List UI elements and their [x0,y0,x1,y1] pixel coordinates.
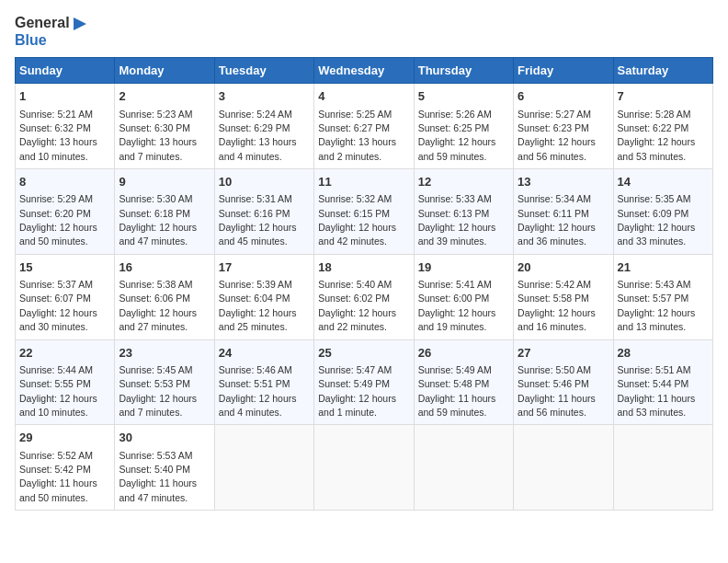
day-info: Sunrise: 5:27 AMSunset: 6:23 PMDaylight:… [518,109,596,162]
calendar-day-cell [613,425,712,511]
day-number: 27 [518,345,609,362]
calendar-day-cell: 9Sunrise: 5:30 AMSunset: 6:18 PMDaylight… [115,169,214,255]
calendar-day-cell: 8Sunrise: 5:29 AMSunset: 6:20 PMDaylight… [16,169,115,255]
day-number: 30 [119,430,210,446]
day-number: 12 [418,174,509,190]
day-number: 13 [518,174,609,190]
calendar-day-cell: 17Sunrise: 5:39 AMSunset: 6:04 PMDayligh… [214,254,313,339]
day-number: 16 [119,259,210,276]
calendar-day-cell [414,425,513,511]
logo-general: General [15,15,70,30]
weekday-header: Thursday [414,58,513,84]
weekday-header-row: SundayMondayTuesdayWednesdayThursdayFrid… [16,58,713,84]
day-number: 14 [618,174,709,190]
day-info: Sunrise: 5:47 AMSunset: 5:49 PMDaylight:… [318,364,396,418]
day-number: 2 [119,88,210,105]
calendar-week-row: 1Sunrise: 5:21 AMSunset: 6:32 PMDaylight… [16,84,713,169]
day-info: Sunrise: 5:30 AMSunset: 6:18 PMDaylight:… [119,193,197,247]
day-number: 26 [418,345,509,362]
calendar-day-cell: 12Sunrise: 5:33 AMSunset: 6:13 PMDayligh… [414,169,513,255]
day-number: 22 [19,345,110,362]
day-info: Sunrise: 5:52 AMSunset: 5:42 PMDaylight:… [19,450,97,503]
day-info: Sunrise: 5:39 AMSunset: 6:04 PMDaylight:… [219,279,297,332]
calendar-day-cell: 7Sunrise: 5:28 AMSunset: 6:22 PMDaylight… [613,84,712,169]
calendar-day-cell: 25Sunrise: 5:47 AMSunset: 5:49 PMDayligh… [314,339,414,425]
calendar-day-cell: 4Sunrise: 5:25 AMSunset: 6:27 PMDaylight… [314,84,414,169]
day-info: Sunrise: 5:49 AMSunset: 5:48 PMDaylight:… [418,364,496,418]
day-info: Sunrise: 5:23 AMSunset: 6:30 PMDaylight:… [119,109,197,162]
day-info: Sunrise: 5:38 AMSunset: 6:06 PMDaylight:… [119,279,197,332]
day-info: Sunrise: 5:40 AMSunset: 6:02 PMDaylight:… [318,279,396,332]
calendar-day-cell: 14Sunrise: 5:35 AMSunset: 6:09 PMDayligh… [613,169,712,255]
day-info: Sunrise: 5:35 AMSunset: 6:09 PMDaylight:… [618,193,696,247]
day-number: 3 [219,88,310,105]
day-number: 6 [518,88,609,105]
day-number: 25 [318,345,409,362]
calendar-day-cell: 30Sunrise: 5:53 AMSunset: 5:40 PMDayligh… [115,425,214,511]
weekday-header: Friday [514,58,613,84]
day-info: Sunrise: 5:29 AMSunset: 6:20 PMDaylight:… [19,193,97,247]
day-info: Sunrise: 5:26 AMSunset: 6:25 PMDaylight:… [418,109,496,162]
day-info: Sunrise: 5:34 AMSunset: 6:11 PMDaylight:… [518,193,596,247]
weekday-header: Sunday [16,58,115,84]
weekday-header: Monday [115,58,214,84]
day-number: 21 [618,259,709,276]
calendar-day-cell [214,425,313,511]
calendar-day-cell: 24Sunrise: 5:46 AMSunset: 5:51 PMDayligh… [214,339,313,425]
logo: General Blue [15,15,88,48]
calendar-day-cell: 16Sunrise: 5:38 AMSunset: 6:06 PMDayligh… [115,254,214,339]
day-info: Sunrise: 5:37 AMSunset: 6:07 PMDaylight:… [19,279,97,332]
day-number: 29 [19,430,110,446]
day-number: 7 [618,88,709,105]
calendar-day-cell: 28Sunrise: 5:51 AMSunset: 5:44 PMDayligh… [613,339,712,425]
day-info: Sunrise: 5:46 AMSunset: 5:51 PMDaylight:… [219,364,297,418]
calendar-day-cell: 11Sunrise: 5:32 AMSunset: 6:15 PMDayligh… [314,169,414,255]
logo-blue: Blue [15,32,47,48]
calendar-day-cell: 13Sunrise: 5:34 AMSunset: 6:11 PMDayligh… [514,169,613,255]
day-number: 9 [119,174,210,190]
day-number: 23 [119,345,210,362]
calendar-day-cell: 29Sunrise: 5:52 AMSunset: 5:42 PMDayligh… [16,425,115,511]
calendar-day-cell: 26Sunrise: 5:49 AMSunset: 5:48 PMDayligh… [414,339,513,425]
weekday-header: Wednesday [314,58,414,84]
calendar-day-cell: 20Sunrise: 5:42 AMSunset: 5:58 PMDayligh… [514,254,613,339]
day-info: Sunrise: 5:32 AMSunset: 6:15 PMDaylight:… [318,193,396,247]
day-number: 17 [219,259,310,276]
weekday-header: Saturday [613,58,712,84]
calendar-day-cell: 23Sunrise: 5:45 AMSunset: 5:53 PMDayligh… [115,339,214,425]
day-info: Sunrise: 5:44 AMSunset: 5:55 PMDaylight:… [19,364,97,418]
day-info: Sunrise: 5:25 AMSunset: 6:27 PMDaylight:… [318,109,396,162]
day-info: Sunrise: 5:51 AMSunset: 5:44 PMDaylight:… [618,364,696,418]
calendar-day-cell: 1Sunrise: 5:21 AMSunset: 6:32 PMDaylight… [16,84,115,169]
day-number: 20 [518,259,609,276]
day-info: Sunrise: 5:28 AMSunset: 6:22 PMDaylight:… [618,109,696,162]
day-info: Sunrise: 5:24 AMSunset: 6:29 PMDaylight:… [219,109,297,162]
day-number: 19 [418,259,509,276]
calendar-day-cell: 5Sunrise: 5:26 AMSunset: 6:25 PMDaylight… [414,84,513,169]
calendar-week-row: 8Sunrise: 5:29 AMSunset: 6:20 PMDaylight… [16,169,713,255]
svg-marker-0 [74,17,86,30]
day-info: Sunrise: 5:50 AMSunset: 5:46 PMDaylight:… [518,364,596,418]
day-number: 15 [19,259,110,276]
calendar-day-cell: 10Sunrise: 5:31 AMSunset: 6:16 PMDayligh… [214,169,313,255]
calendar-day-cell: 18Sunrise: 5:40 AMSunset: 6:02 PMDayligh… [314,254,414,339]
calendar-day-cell [314,425,414,511]
calendar-day-cell: 21Sunrise: 5:43 AMSunset: 5:57 PMDayligh… [613,254,712,339]
calendar-day-cell [514,425,613,511]
day-number: 11 [318,174,409,190]
day-number: 5 [418,88,509,105]
day-info: Sunrise: 5:31 AMSunset: 6:16 PMDaylight:… [219,193,297,247]
logo-flag-icon [72,16,88,32]
day-number: 1 [19,88,110,105]
day-info: Sunrise: 5:53 AMSunset: 5:40 PMDaylight:… [119,450,197,503]
day-info: Sunrise: 5:42 AMSunset: 5:58 PMDaylight:… [518,279,596,332]
calendar-week-row: 15Sunrise: 5:37 AMSunset: 6:07 PMDayligh… [16,254,713,339]
day-info: Sunrise: 5:21 AMSunset: 6:32 PMDaylight:… [19,109,97,162]
calendar-week-row: 22Sunrise: 5:44 AMSunset: 5:55 PMDayligh… [16,339,713,425]
day-info: Sunrise: 5:33 AMSunset: 6:13 PMDaylight:… [418,193,496,247]
calendar-day-cell: 2Sunrise: 5:23 AMSunset: 6:30 PMDaylight… [115,84,214,169]
calendar-week-row: 29Sunrise: 5:52 AMSunset: 5:42 PMDayligh… [16,425,713,511]
calendar-day-cell: 19Sunrise: 5:41 AMSunset: 6:00 PMDayligh… [414,254,513,339]
weekday-header: Tuesday [214,58,313,84]
calendar-day-cell: 27Sunrise: 5:50 AMSunset: 5:46 PMDayligh… [514,339,613,425]
